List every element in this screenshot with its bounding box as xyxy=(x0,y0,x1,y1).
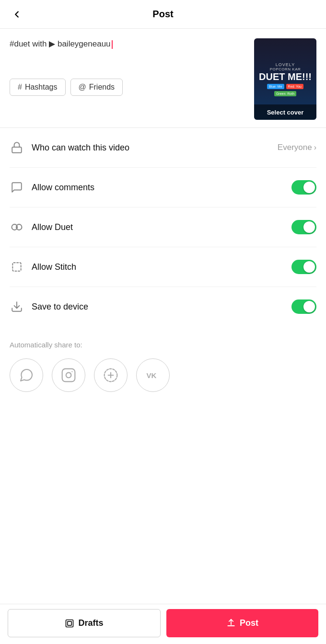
svg-rect-5 xyxy=(62,369,75,382)
tiktok-share-icon xyxy=(103,368,118,383)
stitch-icon xyxy=(10,260,24,274)
chevron-right-icon: › xyxy=(314,143,316,152)
allow-comments-row: Allow comments xyxy=(10,168,316,207)
friends-label: Friends xyxy=(89,83,115,92)
svg-text:VK: VK xyxy=(147,371,157,380)
save-to-device-label: Save to device xyxy=(32,302,284,312)
save-to-device-toggle[interactable] xyxy=(291,299,316,314)
text-cursor xyxy=(112,40,113,49)
who-can-watch-value: Everyone › xyxy=(278,143,316,152)
bottom-spacer xyxy=(0,402,326,449)
whatsapp-share-button[interactable] xyxy=(10,358,43,392)
allow-duet-row: Allow Duet xyxy=(10,207,316,247)
svg-rect-12 xyxy=(68,621,71,625)
drafts-button[interactable]: Drafts xyxy=(8,609,161,637)
cover-tag-blue: Blue: Me xyxy=(267,84,284,89)
vk-icon: VK xyxy=(144,367,162,384)
friends-button[interactable]: @ Friends xyxy=(70,79,123,96)
allow-duet-toggle[interactable] xyxy=(291,220,316,234)
cover-tag-red: Red: You xyxy=(286,84,303,89)
svg-rect-11 xyxy=(66,620,73,627)
share-section: Automatically share to: xyxy=(0,326,326,402)
drafts-label: Drafts xyxy=(78,618,103,628)
header: Post xyxy=(0,0,326,29)
lock-icon xyxy=(10,140,24,155)
allow-stitch-row: Allow Stitch xyxy=(10,247,316,287)
cover-lovely-text: LOVELY xyxy=(259,62,312,67)
cover-tags: Blue: Me Red: You xyxy=(259,84,312,89)
download-icon xyxy=(10,299,24,314)
caption-text: #duet with ▶ baileygeneauu xyxy=(10,38,246,50)
save-to-device-row: Save to device xyxy=(10,287,316,326)
cover-duet-text: DUET ME!!! xyxy=(259,71,312,82)
page-title: Post xyxy=(152,9,173,20)
at-icon: @ xyxy=(79,83,86,92)
settings-section: Who can watch this video Everyone › Allo… xyxy=(0,128,326,326)
allow-stitch-toggle[interactable] xyxy=(291,260,316,274)
svg-rect-3 xyxy=(12,263,21,271)
allow-comments-label: Allow comments xyxy=(32,183,284,193)
caption-area: #duet with ▶ baileygeneauu # Hashtags @ … xyxy=(0,29,326,127)
allow-comments-toggle[interactable] xyxy=(291,180,316,195)
whatsapp-icon xyxy=(19,368,34,383)
drafts-icon xyxy=(65,619,74,628)
back-button[interactable] xyxy=(10,7,24,22)
tags-row: # Hashtags @ Friends xyxy=(10,79,246,96)
who-can-watch-current: Everyone xyxy=(278,143,312,152)
share-label: Automatically share to: xyxy=(10,341,316,349)
allow-duet-label: Allow Duet xyxy=(32,222,284,232)
post-button[interactable]: Post xyxy=(166,609,318,637)
hashtags-label: Hashtags xyxy=(25,83,58,92)
duet-icon xyxy=(10,220,24,234)
allow-stitch-label: Allow Stitch xyxy=(32,262,284,272)
caption-content: #duet with ▶ baileygeneauu xyxy=(10,39,111,48)
cover-thumbnail[interactable]: LOVELY POPCORN KAR DUET ME!!! Blue: Me R… xyxy=(254,38,316,120)
bottom-bar: Drafts Post xyxy=(0,604,326,644)
post-label: Post xyxy=(240,618,258,628)
svg-rect-0 xyxy=(12,147,22,153)
select-cover-bar[interactable]: Select cover xyxy=(254,104,316,120)
caption-text-area: #duet with ▶ baileygeneauu # Hashtags @ … xyxy=(10,38,246,96)
comment-icon xyxy=(10,180,24,195)
share-icons-row: VK xyxy=(10,358,316,392)
hashtags-button[interactable]: # Hashtags xyxy=(10,79,66,96)
hashtag-icon: # xyxy=(18,83,22,92)
who-can-watch-label: Who can watch this video xyxy=(32,143,270,153)
cover-tag-green: Green: Roth xyxy=(274,91,296,96)
instagram-share-button[interactable] xyxy=(52,358,85,392)
select-cover-label: Select cover xyxy=(267,109,304,116)
instagram-icon xyxy=(61,368,76,383)
vk-share-button[interactable]: VK xyxy=(136,358,170,392)
cover-popcorn-text: POPCORN KAR xyxy=(259,67,312,71)
who-can-watch-row[interactable]: Who can watch this video Everyone › xyxy=(10,128,316,168)
post-icon xyxy=(226,619,236,628)
tiktok-share-button[interactable] xyxy=(94,358,128,392)
